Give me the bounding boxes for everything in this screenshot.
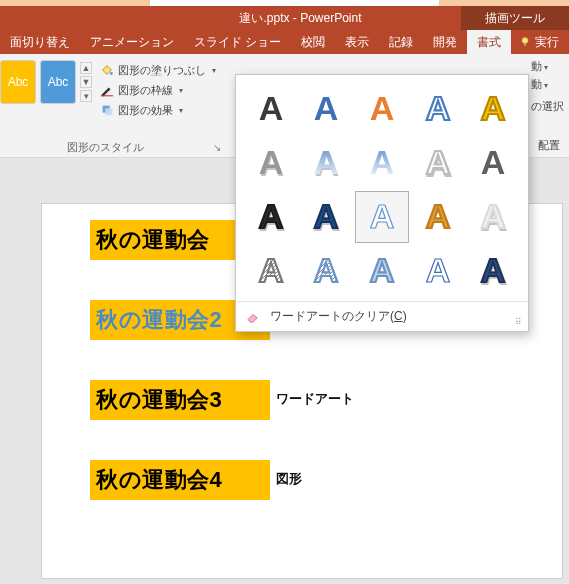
wordart-style-19[interactable]: A bbox=[411, 245, 465, 297]
right-item-1[interactable]: 動▾ bbox=[531, 58, 567, 76]
wordart-grid: A A A A A A A A A A A A A A A A A A A A bbox=[236, 75, 528, 301]
tab-表示[interactable]: 表示 bbox=[335, 30, 379, 54]
wordart-style-11[interactable]: A bbox=[244, 191, 298, 243]
svg-text:A: A bbox=[425, 143, 450, 181]
svg-text:A: A bbox=[370, 197, 395, 235]
shape-effects-button[interactable]: 図形の効果▾ bbox=[96, 100, 220, 120]
svg-point-0 bbox=[522, 38, 528, 44]
wordart-style-6[interactable]: A bbox=[244, 137, 298, 189]
wordart-style-16[interactable]: A bbox=[244, 245, 298, 297]
shape-outline-button[interactable]: 図形の枠線▾ bbox=[96, 80, 220, 100]
wordart-style-15[interactable]: A bbox=[466, 191, 520, 243]
title-bar: 違い.pptx - PowerPoint 描画ツール bbox=[0, 6, 569, 30]
wordart-style-12[interactable]: A bbox=[300, 191, 354, 243]
slide-label-3: ワードアート bbox=[276, 390, 354, 408]
effects-icon bbox=[100, 103, 114, 117]
right-item-2[interactable]: 動▾ bbox=[531, 76, 567, 94]
svg-text:A: A bbox=[314, 197, 339, 235]
tab-書式[interactable]: 書式 bbox=[467, 30, 511, 54]
svg-text:A: A bbox=[481, 143, 506, 181]
svg-rect-1 bbox=[524, 44, 526, 46]
svg-text:A: A bbox=[481, 197, 506, 235]
slide-shape-4[interactable]: 秋の運動会4 bbox=[90, 460, 270, 500]
wordart-style-18[interactable]: A bbox=[355, 245, 409, 297]
ribbon-right-strip: 動▾ 動▾ の選択 配置 bbox=[529, 54, 569, 157]
ribbon-tabs: 面切り替えアニメーションスライド ショー校閲表示記録開発書式実行 bbox=[0, 30, 569, 54]
eraser-icon bbox=[246, 311, 260, 323]
svg-text:A: A bbox=[425, 197, 450, 235]
svg-text:A: A bbox=[425, 89, 450, 127]
group-label-shape-styles: 図形のスタイル bbox=[0, 140, 210, 155]
svg-rect-5 bbox=[105, 108, 112, 115]
shape-style-thumb-2[interactable]: Abc bbox=[40, 60, 76, 104]
shape-style-thumb-1[interactable]: Abc bbox=[0, 60, 36, 104]
window-title: 違い.pptx - PowerPoint bbox=[0, 6, 461, 30]
pen-icon bbox=[100, 83, 114, 97]
shape-fill-button[interactable]: 図形の塗りつぶし▾ bbox=[96, 60, 220, 80]
gallery-up-button[interactable]: ▲ bbox=[80, 62, 92, 74]
tab-アニメーション[interactable]: アニメーション bbox=[80, 30, 184, 54]
tab-開発[interactable]: 開発 bbox=[423, 30, 467, 54]
gallery-down-button[interactable]: ▼ bbox=[80, 76, 92, 88]
svg-text:A: A bbox=[481, 251, 506, 289]
wordart-style-7[interactable]: A bbox=[300, 137, 354, 189]
svg-text:A: A bbox=[259, 251, 284, 289]
tell-me-button[interactable]: 実行 bbox=[511, 30, 565, 54]
wordart-style-4[interactable]: A bbox=[411, 83, 465, 135]
svg-text:A: A bbox=[259, 143, 284, 181]
svg-text:A: A bbox=[259, 197, 284, 235]
resize-grip-icon: ⠿ bbox=[515, 317, 522, 327]
svg-text:A: A bbox=[314, 143, 339, 181]
tab-校閲[interactable]: 校閲 bbox=[291, 30, 335, 54]
wordart-style-2[interactable]: A bbox=[300, 83, 354, 135]
svg-rect-3 bbox=[101, 95, 113, 96]
svg-text:A: A bbox=[370, 143, 395, 181]
svg-text:A: A bbox=[370, 251, 395, 289]
shape-effects-label: 図形の効果 bbox=[118, 103, 173, 118]
slide-shape-3[interactable]: 秋の運動会3 bbox=[90, 380, 270, 420]
clear-wordart-button[interactable]: ワードアートのクリア(C) ⠿ bbox=[236, 301, 528, 331]
wordart-style-14[interactable]: A bbox=[411, 191, 465, 243]
wordart-style-20[interactable]: A bbox=[466, 245, 520, 297]
contextual-tab-drawing-tools[interactable]: 描画ツール bbox=[461, 6, 569, 30]
svg-text:A: A bbox=[259, 89, 284, 127]
tab-記録[interactable]: 記録 bbox=[379, 30, 423, 54]
wordart-styles-dropdown: A A A A A A A A A A A A A A A A A A A A … bbox=[235, 74, 529, 332]
tab-スライド ショー[interactable]: スライド ショー bbox=[184, 30, 291, 54]
wordart-style-3[interactable]: A bbox=[355, 83, 409, 135]
shape-outline-label: 図形の枠線 bbox=[118, 83, 173, 98]
wordart-style-10[interactable]: A bbox=[466, 137, 520, 189]
svg-text:A: A bbox=[481, 89, 506, 127]
group-label-row: 図形のスタイル ↘ bbox=[0, 140, 224, 155]
svg-text:A: A bbox=[370, 89, 395, 127]
dialog-launcher-icon[interactable]: ↘ bbox=[210, 141, 224, 155]
right-group-label-arrange: 配置 bbox=[529, 139, 569, 153]
shape-fill-label: 図形の塗りつぶし bbox=[118, 63, 206, 78]
svg-text:A: A bbox=[314, 89, 339, 127]
right-selection-label: の選択 bbox=[531, 100, 567, 114]
svg-text:A: A bbox=[314, 251, 339, 289]
wordart-style-9[interactable]: A bbox=[411, 137, 465, 189]
bucket-icon bbox=[100, 63, 114, 77]
slide-label-4: 図形 bbox=[276, 470, 302, 488]
wordart-style-8[interactable]: A bbox=[355, 137, 409, 189]
wordart-style-13[interactable]: A bbox=[355, 191, 409, 243]
svg-text:A: A bbox=[425, 251, 450, 289]
clear-wordart-label: ワードアートのクリア(C) bbox=[270, 308, 407, 325]
wordart-style-5[interactable]: A bbox=[466, 83, 520, 135]
wordart-style-1[interactable]: A bbox=[244, 83, 298, 135]
svg-point-2 bbox=[110, 72, 113, 75]
bulb-icon bbox=[519, 36, 531, 48]
wordart-style-17[interactable]: A bbox=[300, 245, 354, 297]
tab-面切り替え[interactable]: 面切り替え bbox=[0, 30, 80, 54]
gallery-more-button[interactable]: ▾ bbox=[80, 90, 92, 102]
